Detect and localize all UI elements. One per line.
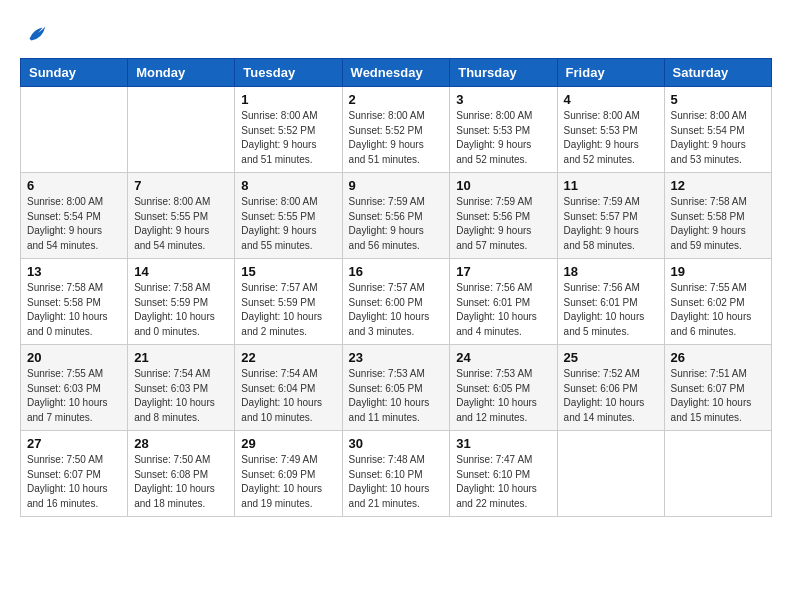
day-number: 28	[134, 436, 228, 451]
calendar-day-cell: 31Sunrise: 7:47 AM Sunset: 6:10 PM Dayli…	[450, 431, 557, 517]
day-of-week-header: Wednesday	[342, 59, 450, 87]
day-of-week-header: Saturday	[664, 59, 771, 87]
day-number: 16	[349, 264, 444, 279]
day-info: Sunrise: 8:00 AM Sunset: 5:52 PM Dayligh…	[349, 109, 444, 167]
day-info: Sunrise: 7:57 AM Sunset: 5:59 PM Dayligh…	[241, 281, 335, 339]
calendar-week-row: 6Sunrise: 8:00 AM Sunset: 5:54 PM Daylig…	[21, 173, 772, 259]
calendar-day-cell: 3Sunrise: 8:00 AM Sunset: 5:53 PM Daylig…	[450, 87, 557, 173]
calendar-day-cell	[557, 431, 664, 517]
logo	[20, 20, 50, 48]
calendar-day-cell: 29Sunrise: 7:49 AM Sunset: 6:09 PM Dayli…	[235, 431, 342, 517]
day-number: 17	[456, 264, 550, 279]
day-info: Sunrise: 7:56 AM Sunset: 6:01 PM Dayligh…	[564, 281, 658, 339]
page-header	[20, 20, 772, 48]
day-info: Sunrise: 7:51 AM Sunset: 6:07 PM Dayligh…	[671, 367, 765, 425]
day-info: Sunrise: 7:58 AM Sunset: 5:58 PM Dayligh…	[27, 281, 121, 339]
day-info: Sunrise: 7:55 AM Sunset: 6:02 PM Dayligh…	[671, 281, 765, 339]
calendar-day-cell: 25Sunrise: 7:52 AM Sunset: 6:06 PM Dayli…	[557, 345, 664, 431]
day-number: 12	[671, 178, 765, 193]
day-info: Sunrise: 7:48 AM Sunset: 6:10 PM Dayligh…	[349, 453, 444, 511]
day-info: Sunrise: 7:50 AM Sunset: 6:08 PM Dayligh…	[134, 453, 228, 511]
day-number: 19	[671, 264, 765, 279]
calendar-day-cell	[21, 87, 128, 173]
day-number: 7	[134, 178, 228, 193]
day-number: 18	[564, 264, 658, 279]
day-info: Sunrise: 7:59 AM Sunset: 5:56 PM Dayligh…	[349, 195, 444, 253]
calendar-day-cell: 11Sunrise: 7:59 AM Sunset: 5:57 PM Dayli…	[557, 173, 664, 259]
day-number: 5	[671, 92, 765, 107]
calendar-day-cell: 30Sunrise: 7:48 AM Sunset: 6:10 PM Dayli…	[342, 431, 450, 517]
calendar-day-cell: 22Sunrise: 7:54 AM Sunset: 6:04 PM Dayli…	[235, 345, 342, 431]
logo-bird-icon	[22, 20, 50, 48]
day-info: Sunrise: 7:57 AM Sunset: 6:00 PM Dayligh…	[349, 281, 444, 339]
day-info: Sunrise: 7:55 AM Sunset: 6:03 PM Dayligh…	[27, 367, 121, 425]
day-of-week-header: Thursday	[450, 59, 557, 87]
calendar-week-row: 1Sunrise: 8:00 AM Sunset: 5:52 PM Daylig…	[21, 87, 772, 173]
day-info: Sunrise: 8:00 AM Sunset: 5:53 PM Dayligh…	[456, 109, 550, 167]
day-number: 27	[27, 436, 121, 451]
calendar-day-cell: 12Sunrise: 7:58 AM Sunset: 5:58 PM Dayli…	[664, 173, 771, 259]
day-info: Sunrise: 7:58 AM Sunset: 5:59 PM Dayligh…	[134, 281, 228, 339]
day-info: Sunrise: 8:00 AM Sunset: 5:52 PM Dayligh…	[241, 109, 335, 167]
day-info: Sunrise: 7:52 AM Sunset: 6:06 PM Dayligh…	[564, 367, 658, 425]
day-number: 10	[456, 178, 550, 193]
day-number: 21	[134, 350, 228, 365]
day-number: 8	[241, 178, 335, 193]
day-info: Sunrise: 8:00 AM Sunset: 5:54 PM Dayligh…	[671, 109, 765, 167]
calendar-day-cell: 9Sunrise: 7:59 AM Sunset: 5:56 PM Daylig…	[342, 173, 450, 259]
calendar-day-cell: 15Sunrise: 7:57 AM Sunset: 5:59 PM Dayli…	[235, 259, 342, 345]
calendar-day-cell: 16Sunrise: 7:57 AM Sunset: 6:00 PM Dayli…	[342, 259, 450, 345]
day-of-week-header: Tuesday	[235, 59, 342, 87]
day-info: Sunrise: 7:50 AM Sunset: 6:07 PM Dayligh…	[27, 453, 121, 511]
day-of-week-header: Sunday	[21, 59, 128, 87]
calendar-day-cell: 26Sunrise: 7:51 AM Sunset: 6:07 PM Dayli…	[664, 345, 771, 431]
day-info: Sunrise: 8:00 AM Sunset: 5:53 PM Dayligh…	[564, 109, 658, 167]
calendar-week-row: 13Sunrise: 7:58 AM Sunset: 5:58 PM Dayli…	[21, 259, 772, 345]
day-info: Sunrise: 8:00 AM Sunset: 5:55 PM Dayligh…	[134, 195, 228, 253]
day-number: 6	[27, 178, 121, 193]
calendar-day-cell: 21Sunrise: 7:54 AM Sunset: 6:03 PM Dayli…	[128, 345, 235, 431]
calendar-day-cell	[664, 431, 771, 517]
day-info: Sunrise: 7:59 AM Sunset: 5:56 PM Dayligh…	[456, 195, 550, 253]
calendar-day-cell: 8Sunrise: 8:00 AM Sunset: 5:55 PM Daylig…	[235, 173, 342, 259]
day-number: 25	[564, 350, 658, 365]
day-number: 13	[27, 264, 121, 279]
day-info: Sunrise: 7:58 AM Sunset: 5:58 PM Dayligh…	[671, 195, 765, 253]
calendar-day-cell: 27Sunrise: 7:50 AM Sunset: 6:07 PM Dayli…	[21, 431, 128, 517]
day-number: 30	[349, 436, 444, 451]
calendar-day-cell: 20Sunrise: 7:55 AM Sunset: 6:03 PM Dayli…	[21, 345, 128, 431]
calendar-day-cell	[128, 87, 235, 173]
calendar-week-row: 27Sunrise: 7:50 AM Sunset: 6:07 PM Dayli…	[21, 431, 772, 517]
day-number: 29	[241, 436, 335, 451]
day-info: Sunrise: 7:47 AM Sunset: 6:10 PM Dayligh…	[456, 453, 550, 511]
calendar-day-cell: 17Sunrise: 7:56 AM Sunset: 6:01 PM Dayli…	[450, 259, 557, 345]
calendar-day-cell: 14Sunrise: 7:58 AM Sunset: 5:59 PM Dayli…	[128, 259, 235, 345]
day-number: 3	[456, 92, 550, 107]
day-number: 2	[349, 92, 444, 107]
day-info: Sunrise: 7:53 AM Sunset: 6:05 PM Dayligh…	[456, 367, 550, 425]
calendar-day-cell: 24Sunrise: 7:53 AM Sunset: 6:05 PM Dayli…	[450, 345, 557, 431]
day-number: 22	[241, 350, 335, 365]
day-number: 9	[349, 178, 444, 193]
day-info: Sunrise: 7:54 AM Sunset: 6:04 PM Dayligh…	[241, 367, 335, 425]
calendar-day-cell: 1Sunrise: 8:00 AM Sunset: 5:52 PM Daylig…	[235, 87, 342, 173]
day-number: 26	[671, 350, 765, 365]
calendar-day-cell: 2Sunrise: 8:00 AM Sunset: 5:52 PM Daylig…	[342, 87, 450, 173]
day-of-week-header: Monday	[128, 59, 235, 87]
day-info: Sunrise: 7:56 AM Sunset: 6:01 PM Dayligh…	[456, 281, 550, 339]
day-of-week-header: Friday	[557, 59, 664, 87]
calendar-day-cell: 5Sunrise: 8:00 AM Sunset: 5:54 PM Daylig…	[664, 87, 771, 173]
calendar-day-cell: 23Sunrise: 7:53 AM Sunset: 6:05 PM Dayli…	[342, 345, 450, 431]
day-number: 1	[241, 92, 335, 107]
day-info: Sunrise: 8:00 AM Sunset: 5:54 PM Dayligh…	[27, 195, 121, 253]
day-number: 14	[134, 264, 228, 279]
day-number: 23	[349, 350, 444, 365]
day-number: 15	[241, 264, 335, 279]
day-info: Sunrise: 7:59 AM Sunset: 5:57 PM Dayligh…	[564, 195, 658, 253]
calendar-day-cell: 13Sunrise: 7:58 AM Sunset: 5:58 PM Dayli…	[21, 259, 128, 345]
calendar-week-row: 20Sunrise: 7:55 AM Sunset: 6:03 PM Dayli…	[21, 345, 772, 431]
calendar-day-cell: 19Sunrise: 7:55 AM Sunset: 6:02 PM Dayli…	[664, 259, 771, 345]
day-number: 4	[564, 92, 658, 107]
calendar-day-cell: 7Sunrise: 8:00 AM Sunset: 5:55 PM Daylig…	[128, 173, 235, 259]
calendar-header-row: SundayMondayTuesdayWednesdayThursdayFrid…	[21, 59, 772, 87]
